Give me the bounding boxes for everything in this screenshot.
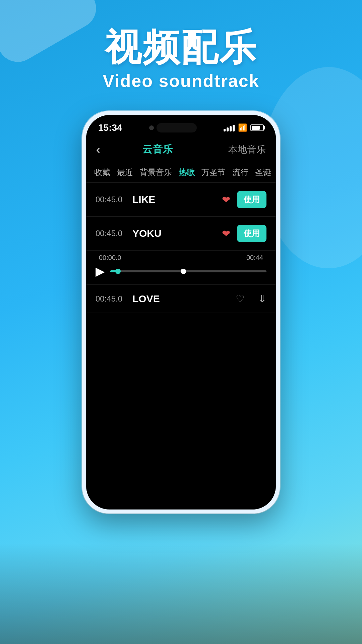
player-area: 00:00.0 00:44 ▶ xyxy=(86,251,276,285)
progress-dot-start xyxy=(115,269,121,274)
cat-tab-bg-music[interactable]: 背景音乐 xyxy=(140,167,172,178)
song-duration-love: 00:45.0 xyxy=(96,294,132,304)
sub-title: Video soundtrack xyxy=(0,71,362,91)
cat-tab-favorites[interactable]: 收藏 xyxy=(94,167,110,178)
player-time-end: 00:44 xyxy=(246,254,263,262)
song-name-love: LOVE xyxy=(132,293,236,305)
song-duration-yoku: 00:45.0 xyxy=(96,229,132,238)
player-controls: ▶ xyxy=(96,264,266,278)
nav-bar: ‹ 云音乐 本地音乐 xyxy=(86,137,276,162)
play-button[interactable]: ▶ xyxy=(96,264,105,278)
signal-icon xyxy=(224,124,235,131)
progress-fill xyxy=(110,270,118,272)
tab-cloud[interactable]: 云音乐 xyxy=(86,143,228,156)
cat-tab-halloween[interactable]: 万圣节 xyxy=(201,167,226,178)
notch-pill xyxy=(157,123,197,132)
tab-local[interactable]: 本地音乐 xyxy=(228,143,266,156)
use-button-yoku[interactable]: 使用 xyxy=(237,225,266,242)
player-time-current: 00:00.0 xyxy=(99,254,121,262)
phone-inner: 15:34 📶 xyxy=(86,115,276,509)
bg-decoration-bottom xyxy=(0,543,362,644)
phone-outer: 15:34 📶 xyxy=(82,111,280,514)
like-heart-like[interactable]: ❤ xyxy=(222,194,230,206)
like-heart-love[interactable]: ♡ xyxy=(236,293,245,305)
status-icons: 📶 xyxy=(224,123,264,132)
status-notch xyxy=(149,123,197,132)
cat-tab-pop[interactable]: 流行 xyxy=(232,167,248,178)
song-name-yoku: YOKU xyxy=(132,228,222,239)
cat-tab-christmas[interactable]: 圣诞 xyxy=(255,167,271,178)
status-time: 15:34 xyxy=(98,122,122,133)
like-heart-yoku[interactable]: ❤ xyxy=(222,228,230,239)
use-button-like[interactable]: 使用 xyxy=(237,191,266,208)
category-tabs: 收藏 最近 背景音乐 热歌 万圣节 流行 圣诞 xyxy=(86,162,276,183)
battery-icon xyxy=(250,124,264,131)
player-times: 00:00.0 00:44 xyxy=(96,254,266,262)
song-name-like: LIKE xyxy=(132,194,222,205)
phone-container: 15:34 📶 xyxy=(0,111,362,514)
progress-track[interactable] xyxy=(110,270,266,272)
progress-dot-end xyxy=(181,269,186,274)
song-item-love[interactable]: 00:45.0 LOVE ♡ ⇓ xyxy=(86,285,276,313)
download-icon-love[interactable]: ⇓ xyxy=(258,293,266,305)
status-bar: 15:34 📶 xyxy=(86,115,276,137)
song-item-like[interactable]: 00:45.0 LIKE ❤ 使用 xyxy=(86,183,276,217)
main-title: 视频配乐 xyxy=(0,27,362,67)
cat-tab-recent[interactable]: 最近 xyxy=(117,167,133,178)
cat-tab-hot[interactable]: 热歌 xyxy=(179,167,195,178)
header-area: 视频配乐 Video soundtrack xyxy=(0,0,362,91)
wifi-icon: 📶 xyxy=(238,123,247,132)
song-list: 00:45.0 LIKE ❤ 使用 00:45.0 YOKU ❤ 使用 00:0… xyxy=(86,183,276,313)
song-item-yoku[interactable]: 00:45.0 YOKU ❤ 使用 xyxy=(86,217,276,251)
notch-dot xyxy=(149,125,154,130)
song-duration-like: 00:45.0 xyxy=(96,195,132,204)
